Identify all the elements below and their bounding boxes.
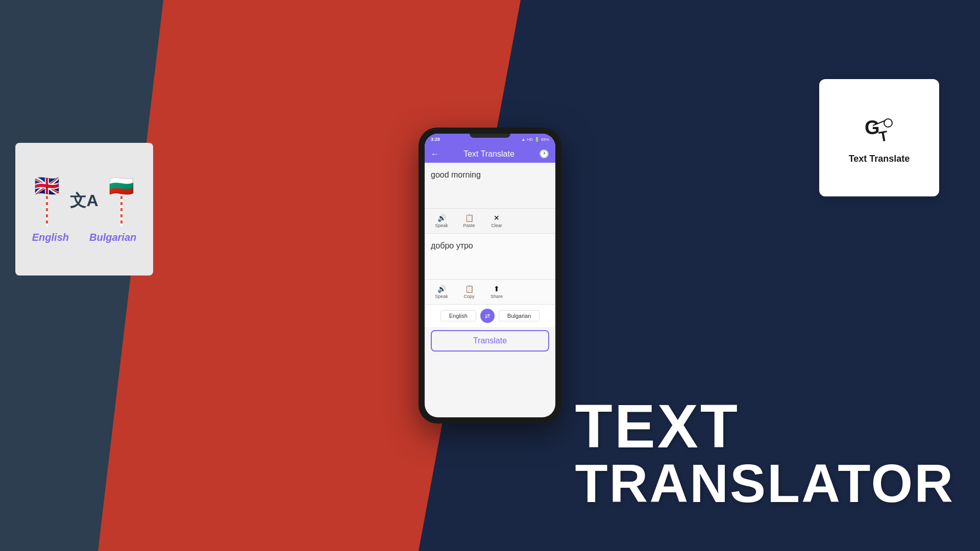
bg-dark-left (0, 0, 163, 551)
status-time: 3:28 (431, 137, 440, 142)
right-card: G T Text Translate (819, 79, 939, 196)
speak-label-input: Speak (435, 223, 448, 228)
flag-pole-bg: 🇧🇬 (109, 176, 134, 227)
flag-uk-icon: 🇬🇧 (34, 176, 60, 196)
svg-text:T: T (878, 128, 889, 145)
input-action-buttons: 🔊 Speak 📋 Paste ✕ Clear (425, 209, 555, 234)
translate-button[interactable]: Translate (431, 330, 549, 352)
clear-button[interactable]: ✕ Clear (484, 212, 509, 230)
swap-icon: ⇄ (485, 312, 490, 319)
clear-label: Clear (491, 223, 502, 228)
share-label: Share (491, 294, 503, 299)
copy-icon: 📋 (465, 285, 474, 293)
speak-button-output[interactable]: 🔊 Speak (429, 283, 454, 301)
share-icon: ⬆ (494, 285, 500, 293)
language-labels: English Bulgarian (32, 232, 136, 243)
speak-label-output: Speak (435, 294, 448, 299)
input-text: good morning (431, 170, 549, 180)
swap-languages-button[interactable]: ⇄ (480, 309, 495, 323)
flag-bg-icon: 🇧🇬 (109, 176, 134, 196)
flag-pole-uk: 🇬🇧 (34, 176, 60, 227)
big-text-line2: TRANSLATOR (575, 457, 954, 510)
paste-label: Paste (463, 223, 475, 228)
paste-icon: 📋 (465, 214, 474, 222)
pole-stick-uk (46, 196, 48, 227)
flag-item-bg: 🇧🇬 (109, 176, 134, 227)
back-button[interactable]: ← (431, 149, 439, 159)
copy-label: Copy (463, 294, 474, 299)
battery-icon: 🔋 (534, 137, 540, 142)
app-header: ← Text Translate 🕐 (425, 145, 555, 163)
paste-button[interactable]: 📋 Paste (456, 212, 482, 230)
big-text-container: TEXT TRANSLATOR (575, 395, 954, 510)
phone-container: 3:28 ▲ HD 🔋 85% ← Text Translate 🕐 good … (419, 128, 561, 423)
text-input-section[interactable]: good morning (425, 163, 555, 209)
wifi-icon: ▲ (522, 137, 526, 142)
pole-stick-bg (120, 196, 122, 227)
clear-icon: ✕ (494, 214, 500, 222)
flag-item-uk: 🇬🇧 (34, 176, 60, 227)
copy-button[interactable]: 📋 Copy (456, 283, 482, 301)
flags-row: 🇬🇧 文A 🇧🇬 (34, 176, 134, 227)
phone-outer: 3:28 ▲ HD 🔋 85% ← Text Translate 🕐 good … (419, 128, 561, 423)
svg-text:G: G (865, 117, 880, 138)
source-language-button[interactable]: English (440, 310, 476, 321)
history-button[interactable]: 🕐 (539, 149, 549, 159)
share-button[interactable]: ⬆ Share (484, 283, 509, 301)
battery-pct: 85% (541, 137, 549, 142)
speak-icon-output: 🔊 (437, 285, 446, 293)
left-panel: 🇬🇧 文A 🇧🇬 English Bulgarian (15, 143, 153, 276)
gt-logo-svg: G T (863, 113, 896, 146)
phone-screen: 3:28 ▲ HD 🔋 85% ← Text Translate 🕐 good … (425, 134, 555, 417)
right-card-title: Text Translate (849, 154, 910, 164)
status-icons: ▲ HD 🔋 85% (522, 137, 550, 142)
output-text: добро утро (431, 241, 549, 251)
gt-logo: G T (862, 112, 897, 147)
target-language-button[interactable]: Bulgarian (499, 310, 540, 321)
output-action-buttons: 🔊 Speak 📋 Copy ⬆ Share (425, 280, 555, 305)
translate-center-icon: 文A (70, 190, 98, 212)
lang-label-bulgarian: Bulgarian (89, 232, 136, 243)
speak-icon-input: 🔊 (437, 214, 446, 222)
hd-badge: HD (527, 137, 533, 142)
language-selector: English ⇄ Bulgarian (425, 305, 555, 327)
phone-notch (470, 134, 510, 138)
output-section: добро утро (425, 234, 555, 280)
lang-label-english: English (32, 232, 69, 243)
big-text-line1: TEXT (575, 395, 954, 457)
speak-button-input[interactable]: 🔊 Speak (429, 212, 454, 230)
app-title: Text Translate (463, 149, 514, 159)
